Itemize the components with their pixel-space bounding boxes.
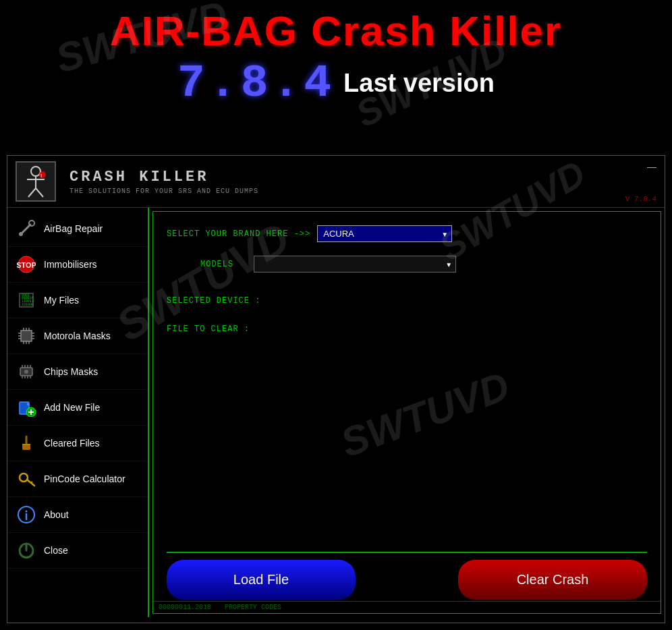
stop-icon: STOP: [16, 254, 37, 275]
chip2-icon: [16, 361, 37, 382]
add-file-icon: [16, 397, 37, 418]
about-label: About: [44, 509, 69, 520]
svg-text:101000: 101000: [22, 302, 34, 306]
models-select-wrapper: [254, 256, 456, 273]
last-version-text: Last version: [343, 69, 495, 98]
svg-text:!: !: [40, 173, 42, 178]
files-icon: 010110 110011 101000 0001: [16, 289, 37, 311]
brand-select[interactable]: ACURA ALFA ROMEO AUDI BMW CHEVROLET CHRY…: [317, 225, 452, 242]
models-row: MODELS: [200, 256, 647, 273]
version-tag: V 7.8.4: [625, 195, 656, 203]
broom-icon: [16, 432, 37, 454]
status-bar: 00000011.2018 PROPERTY CODES: [153, 601, 661, 613]
sidebar-item-airbag-repair[interactable]: AirBag Repair: [7, 211, 148, 247]
logo-svg: !: [19, 165, 53, 198]
app-title: AIR-BAG Crash Killer: [0, 7, 672, 55]
motorola-masks-label: Motorola Masks: [44, 331, 111, 341]
content-spacer: [167, 346, 647, 545]
clear-crash-button[interactable]: Clear Crash: [458, 560, 647, 600]
header: AIR-BAG Crash Killer 7.8.4 Last version: [0, 0, 672, 113]
immobilisers-label: Immobilisers: [44, 259, 97, 270]
power-icon: [16, 540, 37, 561]
chip-icon: [16, 325, 37, 347]
minimize-button[interactable]: —: [647, 161, 656, 172]
pincode-calculator-label: PinCode Calculator: [44, 474, 125, 484]
wrench-icon: [16, 218, 37, 239]
crash-killer-subtitle: THE SOLUTIONS FOR YOUR SRS AND ECU DUMPS: [69, 188, 258, 195]
my-files-label: My Files: [44, 295, 79, 306]
sidebar-item-close[interactable]: Close: [7, 533, 148, 569]
svg-point-0: [31, 167, 40, 176]
status-item-2: PROPERTY CODES: [225, 604, 281, 611]
file-to-clear-row: FILE TO CLEAR :: [167, 324, 647, 334]
svg-point-7: [29, 221, 34, 226]
crash-killer-title: CRASH KILLER: [69, 169, 258, 185]
svg-point-38: [24, 370, 28, 374]
load-file-button[interactable]: Load File: [167, 560, 356, 600]
brand-row: SELECT YOUR BRAND HERE ->> ACURA ALFA RO…: [167, 225, 647, 242]
key-icon: [16, 468, 37, 490]
airbag-repair-label: AirBag Repair: [44, 223, 103, 234]
app-header: ! CRASH KILLER THE SOLUTIONS FOR YOUR SR…: [7, 156, 665, 208]
version-number: 7.8.4: [177, 57, 335, 109]
svg-line-3: [28, 188, 36, 197]
svg-point-8: [19, 232, 23, 236]
file-to-clear-label: FILE TO CLEAR :: [167, 324, 250, 334]
svg-point-46: [20, 474, 28, 482]
svg-line-48: [31, 482, 32, 483]
status-item-1: 00000011.2018: [159, 604, 211, 611]
sidebar-item-pincode-calculator[interactable]: PinCode Calculator: [7, 461, 148, 497]
buttons-row: Load File Clear Crash: [167, 552, 647, 606]
sidebar-item-cleared-files[interactable]: Cleared Files: [7, 426, 148, 461]
app-title-block: CRASH KILLER THE SOLUTIONS FOR YOUR SRS …: [69, 169, 258, 195]
sidebar-item-add-new-file[interactable]: Add New File: [7, 390, 148, 426]
sidebar-item-my-files[interactable]: 010110 110011 101000 0001 My Files: [7, 283, 148, 318]
brand-select-wrapper: ACURA ALFA ROMEO AUDI BMW CHEVROLET CHRY…: [317, 225, 452, 242]
main-layout: AirBag Repair STOP Immobilisers 010110 1: [7, 208, 665, 617]
models-label: MODELS: [200, 260, 233, 269]
sidebar-item-motorola-masks[interactable]: Motorola Masks: [7, 318, 148, 354]
selected-device-label: SELECTED DEVICE :: [167, 296, 260, 306]
svg-text:STOP: STOP: [17, 261, 36, 269]
cleared-files-label: Cleared Files: [44, 438, 99, 449]
version-line: 7.8.4 Last version: [0, 57, 672, 109]
brand-label: SELECT YOUR BRAND HERE ->>: [167, 229, 310, 239]
app-logo: !: [16, 161, 56, 202]
app-window: ! CRASH KILLER THE SOLUTIONS FOR YOUR SR…: [7, 155, 665, 623]
sidebar-item-immobilisers[interactable]: STOP Immobilisers: [7, 247, 148, 283]
sidebar-item-chips-masks[interactable]: Chips Masks: [7, 354, 148, 390]
add-new-file-label: Add New File: [44, 402, 100, 413]
chips-masks-label: Chips Masks: [44, 366, 98, 377]
svg-rect-16: [21, 331, 32, 341]
svg-text:0001: 0001: [22, 293, 30, 297]
info-icon: [16, 504, 37, 525]
svg-point-50: [26, 511, 28, 513]
sidebar-item-about[interactable]: About: [7, 497, 148, 533]
selected-device-row: SELECTED DEVICE :: [167, 296, 647, 306]
svg-line-4: [36, 188, 43, 197]
sidebar: AirBag Repair STOP Immobilisers 010110 1: [7, 208, 149, 617]
content-area: SELECT YOUR BRAND HERE ->> ACURA ALFA RO…: [152, 211, 661, 614]
models-select[interactable]: [254, 256, 456, 273]
close-label: Close: [44, 545, 68, 556]
